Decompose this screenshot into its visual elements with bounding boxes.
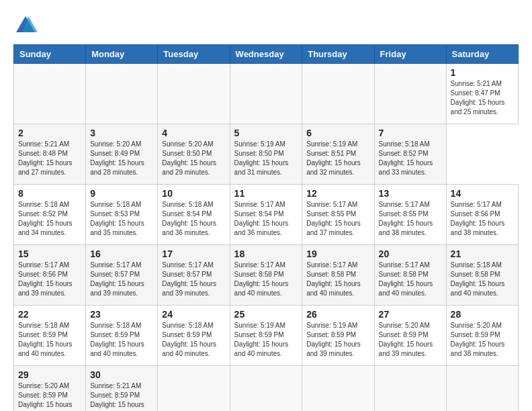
calendar-cell-day-26: 26 Sunrise: 5:19 AMSunset: 8:59 PMDaylig… bbox=[302, 306, 374, 366]
day-number: 20 bbox=[379, 248, 442, 259]
day-number: 13 bbox=[379, 188, 442, 199]
day-info: Sunrise: 5:18 AMSunset: 8:59 PMDaylight:… bbox=[162, 321, 225, 359]
day-info: Sunrise: 5:18 AMSunset: 8:54 PMDaylight:… bbox=[162, 200, 225, 238]
logo-icon bbox=[13, 13, 38, 38]
empty-cell bbox=[158, 64, 230, 124]
calendar-cell-day-8: 8 Sunrise: 5:18 AMSunset: 8:52 PMDayligh… bbox=[14, 185, 86, 245]
day-info: Sunrise: 5:17 AMSunset: 8:56 PMDaylight:… bbox=[18, 261, 81, 298]
calendar-cell-day-7: 7 Sunrise: 5:18 AMSunset: 8:52 PMDayligh… bbox=[374, 124, 446, 185]
day-info: Sunrise: 5:18 AMSunset: 8:52 PMDaylight:… bbox=[379, 140, 442, 177]
calendar-header-thursday: Thursday bbox=[302, 45, 374, 64]
calendar-cell-day-9: 9 Sunrise: 5:18 AMSunset: 8:53 PMDayligh… bbox=[86, 185, 158, 245]
day-info: Sunrise: 5:21 AMSunset: 8:47 PMDaylight:… bbox=[451, 79, 514, 117]
day-number: 29 bbox=[18, 369, 81, 380]
calendar-cell-day-14: 14 Sunrise: 5:17 AMSunset: 8:56 PMDaylig… bbox=[446, 185, 518, 245]
day-info: Sunrise: 5:20 AMSunset: 8:59 PMDaylight:… bbox=[18, 381, 81, 411]
day-info: Sunrise: 5:17 AMSunset: 8:56 PMDaylight:… bbox=[451, 200, 514, 238]
day-info: Sunrise: 5:20 AMSunset: 8:50 PMDaylight:… bbox=[162, 140, 225, 177]
day-info: Sunrise: 5:20 AMSunset: 8:49 PMDaylight:… bbox=[90, 140, 153, 177]
day-number: 15 bbox=[18, 248, 81, 259]
day-info: Sunrise: 5:18 AMSunset: 8:52 PMDaylight:… bbox=[18, 200, 81, 238]
calendar-cell-day-2: 2 Sunrise: 5:21 AMSunset: 8:48 PMDayligh… bbox=[14, 124, 86, 185]
calendar-week-2: 2 Sunrise: 5:21 AMSunset: 8:48 PMDayligh… bbox=[14, 124, 519, 185]
day-number: 10 bbox=[162, 188, 225, 199]
empty-cell bbox=[302, 64, 374, 124]
calendar-cell-day-24: 24 Sunrise: 5:18 AMSunset: 8:59 PMDaylig… bbox=[158, 306, 230, 366]
day-number: 17 bbox=[162, 248, 225, 259]
calendar-cell-day-12: 12 Sunrise: 5:17 AMSunset: 8:55 PMDaylig… bbox=[302, 185, 374, 245]
day-number: 19 bbox=[306, 248, 369, 259]
day-info: Sunrise: 5:18 AMSunset: 8:58 PMDaylight:… bbox=[451, 261, 514, 298]
day-info: Sunrise: 5:17 AMSunset: 8:57 PMDaylight:… bbox=[90, 261, 153, 298]
calendar-cell-day-21: 21 Sunrise: 5:18 AMSunset: 8:58 PMDaylig… bbox=[446, 245, 518, 306]
day-info: Sunrise: 5:18 AMSunset: 8:59 PMDaylight:… bbox=[90, 321, 153, 359]
day-number: 9 bbox=[90, 188, 153, 199]
empty-cell bbox=[158, 366, 230, 412]
day-number: 28 bbox=[451, 309, 514, 320]
day-number: 12 bbox=[306, 188, 369, 199]
day-info: Sunrise: 5:19 AMSunset: 8:50 PMDaylight:… bbox=[234, 140, 298, 177]
empty-cell bbox=[374, 64, 446, 124]
day-number: 30 bbox=[90, 369, 153, 380]
day-number: 24 bbox=[162, 309, 225, 320]
calendar-cell-day-4: 4 Sunrise: 5:20 AMSunset: 8:50 PMDayligh… bbox=[158, 124, 230, 185]
calendar-cell-day-11: 11 Sunrise: 5:17 AMSunset: 8:54 PMDaylig… bbox=[230, 185, 302, 245]
day-number: 22 bbox=[18, 309, 81, 320]
calendar-cell-day-18: 18 Sunrise: 5:17 AMSunset: 8:58 PMDaylig… bbox=[230, 245, 302, 306]
calendar-header-sunday: Sunday bbox=[14, 45, 86, 64]
empty-cell bbox=[302, 366, 374, 412]
calendar-cell-day-22: 22 Sunrise: 5:18 AMSunset: 8:59 PMDaylig… bbox=[14, 306, 86, 366]
day-number: 14 bbox=[451, 188, 514, 199]
calendar-cell-day-20: 20 Sunrise: 5:17 AMSunset: 8:58 PMDaylig… bbox=[374, 245, 446, 306]
day-number: 21 bbox=[451, 248, 514, 259]
day-number: 25 bbox=[234, 309, 298, 320]
day-number: 4 bbox=[162, 128, 225, 138]
day-number: 18 bbox=[234, 248, 298, 259]
day-number: 11 bbox=[234, 188, 298, 199]
calendar-cell-day-1: 1 Sunrise: 5:21 AMSunset: 8:47 PMDayligh… bbox=[446, 64, 518, 124]
day-info: Sunrise: 5:17 AMSunset: 8:55 PMDaylight:… bbox=[306, 200, 369, 238]
calendar-cell-day-10: 10 Sunrise: 5:18 AMSunset: 8:54 PMDaylig… bbox=[158, 185, 230, 245]
calendar-header-monday: Monday bbox=[86, 45, 158, 64]
calendar-cell-day-29: 29 Sunrise: 5:20 AMSunset: 8:59 PMDaylig… bbox=[14, 366, 86, 412]
day-number: 27 bbox=[379, 309, 442, 320]
calendar-header-tuesday: Tuesday bbox=[158, 45, 230, 64]
calendar-cell-day-13: 13 Sunrise: 5:17 AMSunset: 8:55 PMDaylig… bbox=[374, 185, 446, 245]
logo bbox=[13, 13, 42, 38]
day-info: Sunrise: 5:20 AMSunset: 8:59 PMDaylight:… bbox=[379, 321, 442, 359]
calendar-header-saturday: Saturday bbox=[446, 45, 518, 64]
empty-cell bbox=[446, 366, 518, 412]
calendar-week-5: 22 Sunrise: 5:18 AMSunset: 8:59 PMDaylig… bbox=[14, 306, 519, 366]
day-info: Sunrise: 5:17 AMSunset: 8:55 PMDaylight:… bbox=[379, 200, 442, 238]
calendar-cell-day-17: 17 Sunrise: 5:17 AMSunset: 8:57 PMDaylig… bbox=[158, 245, 230, 306]
calendar-cell-day-30: 30 Sunrise: 5:21 AMSunset: 8:59 PMDaylig… bbox=[86, 366, 158, 412]
calendar-cell-day-5: 5 Sunrise: 5:19 AMSunset: 8:50 PMDayligh… bbox=[230, 124, 302, 185]
day-info: Sunrise: 5:17 AMSunset: 8:58 PMDaylight:… bbox=[234, 261, 298, 298]
empty-cell bbox=[14, 64, 86, 124]
day-info: Sunrise: 5:21 AMSunset: 8:48 PMDaylight:… bbox=[18, 140, 81, 177]
empty-cell bbox=[230, 366, 302, 412]
calendar-cell-day-25: 25 Sunrise: 5:19 AMSunset: 8:59 PMDaylig… bbox=[230, 306, 302, 366]
day-info: Sunrise: 5:17 AMSunset: 8:58 PMDaylight:… bbox=[306, 261, 369, 298]
day-number: 6 bbox=[306, 128, 369, 138]
day-info: Sunrise: 5:18 AMSunset: 8:59 PMDaylight:… bbox=[18, 321, 81, 359]
day-info: Sunrise: 5:17 AMSunset: 8:58 PMDaylight:… bbox=[379, 261, 442, 298]
empty-cell bbox=[86, 64, 158, 124]
day-info: Sunrise: 5:19 AMSunset: 8:51 PMDaylight:… bbox=[306, 140, 369, 177]
day-number: 26 bbox=[306, 309, 369, 320]
day-number: 1 bbox=[451, 67, 514, 78]
calendar-week-1: 1 Sunrise: 5:21 AMSunset: 8:47 PMDayligh… bbox=[14, 64, 519, 124]
calendar-week-3: 8 Sunrise: 5:18 AMSunset: 8:52 PMDayligh… bbox=[14, 185, 519, 245]
day-info: Sunrise: 5:19 AMSunset: 8:59 PMDaylight:… bbox=[306, 321, 369, 359]
calendar-cell-day-19: 19 Sunrise: 5:17 AMSunset: 8:58 PMDaylig… bbox=[302, 245, 374, 306]
page-header bbox=[13, 13, 519, 38]
calendar-cell-day-3: 3 Sunrise: 5:20 AMSunset: 8:49 PMDayligh… bbox=[86, 124, 158, 185]
day-number: 7 bbox=[379, 128, 442, 138]
day-info: Sunrise: 5:17 AMSunset: 8:57 PMDaylight:… bbox=[162, 261, 225, 298]
day-info: Sunrise: 5:21 AMSunset: 8:59 PMDaylight:… bbox=[90, 381, 153, 411]
day-number: 5 bbox=[234, 128, 298, 138]
day-number: 3 bbox=[90, 128, 153, 138]
day-number: 2 bbox=[18, 128, 81, 138]
empty-cell bbox=[374, 366, 446, 412]
calendar-week-4: 15 Sunrise: 5:17 AMSunset: 8:56 PMDaylig… bbox=[14, 245, 519, 306]
